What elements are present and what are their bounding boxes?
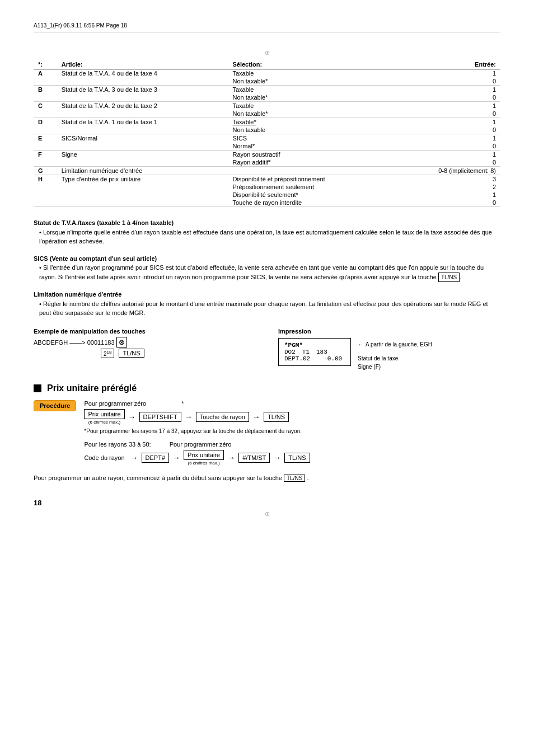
arrow4: →	[130, 453, 138, 462]
cell-article: Statut de la T.V.A. 1 ou de la taxe 1	[57, 118, 228, 126]
table-row: Normal*0	[34, 142, 500, 151]
table-row: CStatut de la T.V.A. 2 ou de la taxe 2Ta…	[34, 102, 500, 110]
circle-x-key: ⊗	[116, 337, 127, 348]
receipt-t1: T1	[302, 349, 310, 355]
cell-selection: Disponibilité seulement*	[228, 191, 407, 199]
proc-note-17-32: *Pour programmer les rayons 17 à 32, app…	[84, 428, 500, 434]
procedure-diagrams: Pour programmer zéro * Prix unitaire (6 …	[84, 400, 500, 469]
proc-star: *	[181, 400, 184, 407]
sics-note-text: • Si l'entrée d'un rayon programmé pour …	[39, 263, 500, 282]
cell-selection: Non taxable*	[228, 110, 407, 118]
crosshair-bottom: ⊕	[34, 510, 500, 518]
cell-article	[57, 93, 228, 102]
annot-arrow-1: ←	[358, 341, 363, 348]
cell-selection: Non taxable*	[228, 93, 407, 102]
footnote-period: .	[307, 475, 308, 481]
cell-letter	[34, 183, 57, 191]
annot-text-3: Signe (F)	[358, 364, 381, 370]
cell-selection: Taxable	[228, 86, 407, 94]
table-row: Non taxable*0	[34, 93, 500, 102]
th-star: *:	[34, 60, 57, 69]
cell-letter	[34, 77, 57, 86]
arrow6: →	[227, 453, 235, 462]
cell-article	[57, 183, 228, 191]
proc-row2: Code du rayon → DEPT# → Prix unitaire (6…	[84, 450, 500, 466]
receipt-line3: DEPT.02 -0.00	[284, 355, 345, 362]
header-text: A113_1(Fr) 06.9.11 6:56 PM Page 18	[34, 22, 127, 29]
annot-2: Statut de la taxe	[358, 355, 432, 361]
key-2: 218	[101, 349, 114, 358]
cell-entree: 0	[407, 110, 500, 118]
receipt-line2: DO2 T1 183	[284, 349, 345, 355]
cell-selection: Normal*	[228, 142, 407, 151]
page-number: 18	[34, 499, 500, 507]
tax-note-title: Statut de T.V.A./taxes (taxable 1 à 4/no…	[34, 219, 174, 226]
cell-selection: Taxable	[228, 102, 407, 110]
touche-rayon-key: Touche de rayon	[196, 412, 249, 422]
cell-article	[57, 199, 228, 207]
touche-wrap: Touche de rayon	[196, 412, 249, 422]
table-row: FSigneRayon soustractif1	[34, 151, 500, 159]
footnote: Pour programmer un autre rayon, commence…	[34, 475, 500, 482]
prix-key-wrap: Prix unitaire (6 chiffres max.)	[84, 409, 124, 425]
cell-letter: F	[34, 151, 57, 159]
cell-selection: SICS	[228, 134, 407, 143]
example-section: Exemple de manipulation des touches ABCD…	[34, 328, 500, 370]
abcdefgh-label: ABCDEFGH ——> 00011183	[34, 339, 116, 346]
cell-entree: 1	[407, 191, 500, 199]
cell-letter: G	[34, 167, 57, 175]
footnote-tlns-key: TL/NS	[284, 475, 305, 482]
receipt-annotations: ← A partir de la gauche, EGH Statut de l…	[358, 341, 432, 370]
example-right-title: Impression	[278, 328, 500, 335]
cell-selection: Rayon additif*	[228, 158, 407, 167]
cell-entree: 0	[407, 93, 500, 102]
proc-row1: Prix unitaire (6 chiffres max.) → DEPTSH…	[84, 409, 500, 425]
table-row: Non taxable0	[34, 126, 500, 134]
example-right: Impression *PGM* DO2 T1 183 DEPT.02 -0.0…	[278, 328, 500, 370]
cell-selection: Non taxable*	[228, 77, 407, 86]
dept-hash-key: DEPT#	[142, 453, 169, 463]
arrow1: →	[128, 412, 136, 421]
cell-letter	[34, 93, 57, 102]
cell-article: Statut de la T.V.A. 2 ou de la taxe 2	[57, 102, 228, 110]
receipt-neg000: -0.00	[324, 355, 342, 362]
arrow7: →	[273, 453, 281, 462]
deptshift-key: DEPTSHIFT	[139, 412, 181, 422]
prix-unitaire-key2: Prix unitaire	[184, 450, 224, 460]
cell-letter	[34, 199, 57, 207]
cell-entree: 1	[407, 134, 500, 143]
table-row: Touche de rayon interdite0	[34, 199, 500, 207]
receipt-do2: DO2	[284, 349, 296, 355]
sics-note-title: SICS (Vente au comptant d'un seul articl…	[34, 255, 157, 262]
section-title: Prix unitaire préréglé	[47, 383, 137, 393]
table-row: DStatut de la T.V.A. 1 ou de la taxe 1Ta…	[34, 118, 500, 126]
prix-unitaire-key: Prix unitaire	[84, 409, 124, 419]
cell-article: Statut de la T.V.A. 3 ou de la taxe 3	[57, 86, 228, 94]
tlns-key-proc2: TL/NS	[284, 453, 310, 463]
page-wrapper: A113_1(Fr) 06.9.11 6:56 PM Page 18 ⊕ *: …	[34, 22, 500, 518]
cell-entree: 2	[407, 183, 500, 191]
proc-row2-header: Pour les rayons 33 à 50: Pour programmer…	[84, 441, 500, 448]
limitation-note-title: Limitation numérique d'entrée	[34, 291, 121, 298]
annot-1: ← A partir de la gauche, EGH	[358, 341, 432, 348]
proc-row2-label: Pour les rayons 33 à 50:	[84, 441, 151, 448]
cell-letter: B	[34, 86, 57, 94]
table-row: Non taxable*0	[34, 77, 500, 86]
table-row: Prépositionnement seulement2	[34, 183, 500, 191]
cell-entree: 1	[407, 69, 500, 78]
prix2-sub: (6 chiffres max.)	[188, 461, 220, 466]
tlns-key: TL/NS	[119, 349, 144, 358]
th-selection: Sélection:	[228, 60, 407, 69]
tlns-inline-key: TL/NS	[438, 273, 460, 282]
prix-sub: (6 chiffres max.)	[88, 420, 120, 425]
arrow2: →	[185, 412, 193, 421]
code-du-rayon-label: Code du rayon	[84, 454, 124, 461]
cell-entree: 0	[407, 199, 500, 207]
procedure-section: Procédure Pour programmer zéro * Prix un…	[34, 400, 500, 469]
cell-entree: 0	[407, 142, 500, 151]
cell-letter: A	[34, 69, 57, 78]
proc-row1-label: Pour programmer zéro *	[84, 400, 500, 407]
cell-letter	[34, 158, 57, 167]
cell-article: Signe	[57, 151, 228, 159]
receipt-box: *PGM* DO2 T1 183 DEPT.02 -0.00	[278, 338, 351, 366]
